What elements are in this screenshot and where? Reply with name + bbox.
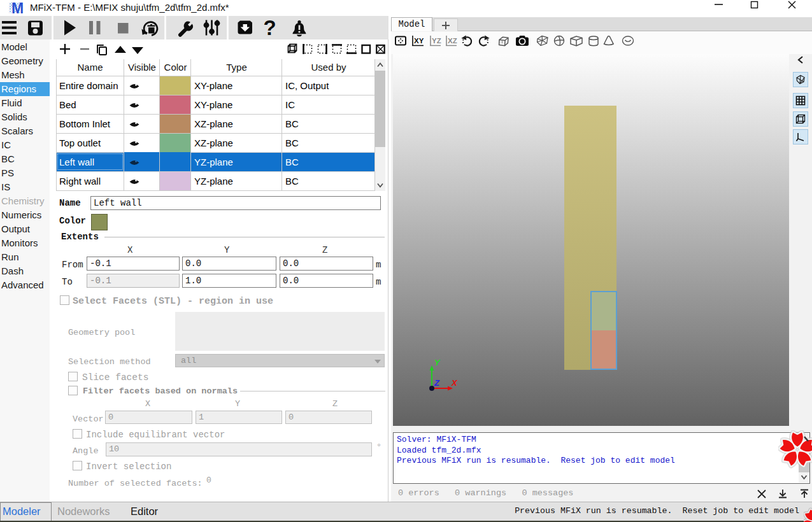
svg-text:Z: Z [434, 378, 440, 388]
svg-text:XY: XY [414, 37, 424, 45]
svg-text:X: X [451, 378, 458, 388]
svg-text:Y: Y [434, 358, 441, 367]
svg-text:YZ: YZ [432, 37, 441, 45]
svg-text:XZ: XZ [448, 37, 457, 45]
svg-text:?: ? [264, 19, 276, 37]
svg-text:M: M [11, 2, 24, 15]
